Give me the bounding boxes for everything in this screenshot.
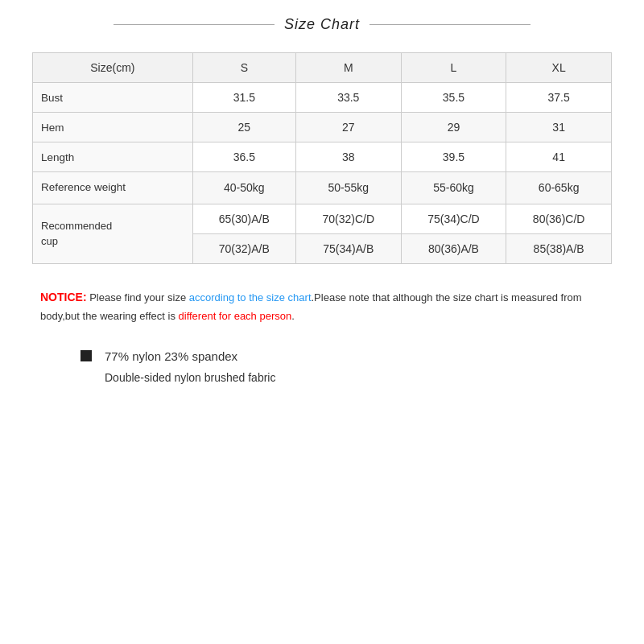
material-composition-text: 77% nylon 23% spandex	[105, 349, 237, 363]
material-section: 77% nylon 23% spandex Double-sided nylon…	[32, 349, 612, 384]
table-header-row: Size(cm) S M L XL	[33, 53, 612, 83]
weight-s: 40-50kg	[192, 172, 295, 204]
hem-m: 27	[295, 113, 401, 142]
bust-m: 33.5	[295, 83, 401, 113]
label-cup: Recommendedcup	[33, 204, 193, 263]
bust-l: 35.5	[401, 83, 506, 113]
col-header-s: S	[192, 53, 295, 83]
weight-xl: 60-65kg	[506, 172, 612, 204]
table-row-bust: Bust 31.5 33.5 35.5 37.5	[33, 83, 612, 113]
page-wrapper: Size Chart Size(cm) S M L XL Bust 31.5 3…	[0, 0, 644, 644]
length-l: 39.5	[401, 142, 506, 172]
cup1-l: 75(34)C/D	[401, 204, 506, 233]
cup2-xl: 85(38)A/B	[506, 233, 612, 263]
notice-section: NOTICE: Please find your size according …	[32, 288, 612, 325]
label-hem: Hem	[33, 113, 193, 142]
cup2-m: 75(34)A/B	[295, 233, 401, 263]
cup1-m: 70(32)C/D	[295, 204, 401, 233]
cup1-s: 65(30)A/B	[192, 204, 295, 233]
label-length: Length	[33, 142, 193, 172]
hem-l: 29	[401, 113, 506, 142]
notice-text3: .	[291, 310, 295, 322]
size-table: Size(cm) S M L XL Bust 31.5 33.5 35.5 37…	[32, 52, 612, 264]
table-row-weight: Reference weight 40-50kg 50-55kg 55-60kg…	[33, 172, 612, 204]
hem-xl: 31	[506, 113, 612, 142]
title-line-left	[114, 24, 275, 25]
cup2-s: 70(32)A/B	[192, 233, 295, 263]
material-fabric-text: Double-sided nylon brushed fabric	[80, 371, 564, 384]
label-bust: Bust	[33, 83, 193, 113]
col-header-m: M	[295, 53, 401, 83]
bust-xl: 37.5	[506, 83, 612, 113]
col-header-xl: XL	[506, 53, 612, 83]
cup1-xl: 80(36)C/D	[506, 204, 612, 233]
material-square-icon	[80, 350, 92, 361]
label-weight: Reference weight	[33, 172, 193, 204]
weight-l: 55-60kg	[401, 172, 506, 204]
length-s: 36.5	[192, 142, 295, 172]
length-m: 38	[295, 142, 401, 172]
col-header-l: L	[401, 53, 506, 83]
table-row-length: Length 36.5 38 39.5 41	[33, 142, 612, 172]
material-composition-row: 77% nylon 23% spandex	[80, 349, 564, 363]
length-xl: 41	[506, 142, 612, 172]
col-header-label: Size(cm)	[33, 53, 193, 83]
table-row-cup1: Recommendedcup 65(30)A/B 70(32)C/D 75(34…	[33, 204, 612, 233]
weight-m: 50-55kg	[295, 172, 401, 204]
notice-text1: Please find your size	[87, 291, 189, 303]
title-row: Size Chart	[32, 16, 612, 33]
hem-s: 25	[192, 113, 295, 142]
title-line-right	[369, 24, 530, 25]
cup2-l: 80(36)A/B	[401, 233, 506, 263]
notice-label: NOTICE:	[40, 291, 87, 303]
bust-s: 31.5	[192, 83, 295, 113]
notice-highlight1: according to the size chart	[189, 291, 312, 303]
table-row-hem: Hem 25 27 29 31	[33, 113, 612, 142]
notice-highlight2: different for each person	[179, 310, 292, 322]
page-title: Size Chart	[284, 16, 360, 33]
